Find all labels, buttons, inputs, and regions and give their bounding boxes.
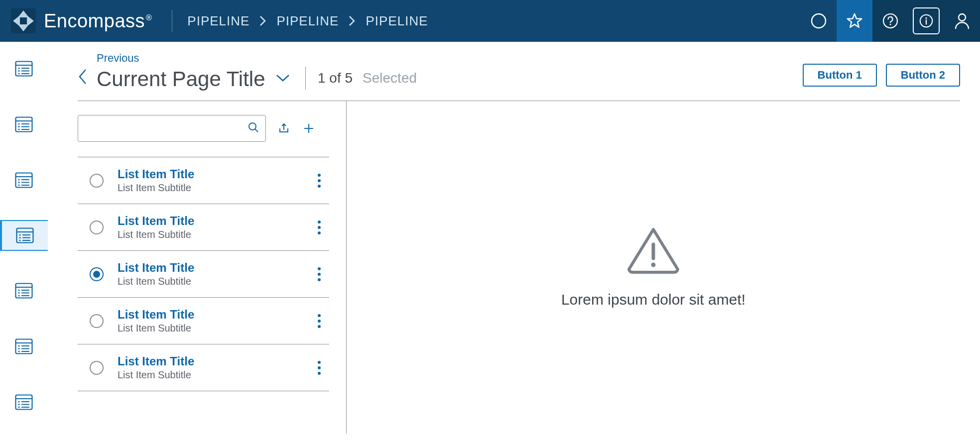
chevron-down-icon[interactable] (275, 74, 290, 85)
svg-point-54 (18, 345, 19, 346)
left-rail (0, 42, 48, 444)
svg-point-9 (925, 17, 927, 19)
back-icon[interactable] (78, 68, 88, 92)
more-icon[interactable] (313, 314, 325, 328)
registered-mark: ® (146, 13, 152, 22)
main-content: Previous Current Page Title 1 of 5 Selec… (48, 42, 980, 444)
list-item-text: List Item TitleList Item Subtitle (118, 167, 299, 194)
radio-button[interactable] (90, 314, 104, 328)
svg-point-56 (18, 348, 19, 349)
svg-point-11 (959, 14, 966, 21)
list-item[interactable]: List Item TitleList Item Subtitle (78, 298, 329, 344)
list-item-title: List Item Title (118, 308, 299, 322)
more-icon[interactable] (313, 361, 325, 375)
search-icon[interactable] (247, 121, 259, 135)
list-item-text: List Item TitleList Item Subtitle (118, 261, 299, 287)
add-icon[interactable] (302, 121, 316, 135)
svg-point-58 (18, 350, 19, 352)
page-header: Previous Current Page Title 1 of 5 Selec… (78, 52, 960, 101)
breadcrumb-item[interactable]: PIPELINE (366, 13, 428, 29)
rail-item[interactable] (0, 275, 48, 307)
list-item-title: List Item Title (118, 261, 299, 275)
radio-button[interactable] (90, 174, 104, 188)
list-item-subtitle: List Item Subtitle (118, 182, 299, 194)
divider (305, 67, 306, 90)
brand: Encompass® (0, 0, 152, 42)
list-icon (13, 170, 34, 191)
list-item-subtitle: List Item Subtitle (118, 369, 299, 381)
svg-point-48 (18, 292, 19, 294)
rail-item[interactable] (0, 164, 48, 196)
svg-point-16 (18, 70, 19, 72)
brand-name: Encompass® (44, 10, 152, 32)
list-item-subtitle: List Item Subtitle (118, 229, 299, 240)
svg-point-50 (18, 295, 19, 296)
svg-point-62 (18, 401, 19, 402)
panes: List Item TitleList Item SubtitleList It… (78, 101, 960, 434)
svg-point-7 (890, 24, 891, 25)
search-field[interactable] (78, 115, 266, 142)
rail-item[interactable] (0, 386, 48, 418)
search-input[interactable] (84, 123, 247, 134)
breadcrumb: PIPELINE PIPELINE PIPELINE (187, 13, 428, 29)
rail-item[interactable] (0, 331, 48, 362)
star-icon[interactable] (837, 0, 872, 42)
rail-item[interactable] (0, 109, 48, 140)
page-title-block: Previous Current Page Title 1 of 5 Selec… (78, 52, 417, 92)
list-item-subtitle: List Item Subtitle (118, 323, 299, 334)
previous-link[interactable]: Previous (97, 52, 417, 65)
svg-point-22 (18, 123, 19, 124)
page-title: Current Page Title (97, 67, 265, 91)
list-item[interactable]: List Item TitleList Item Subtitle (78, 204, 329, 251)
radio-button[interactable] (90, 267, 104, 281)
selected-label: Selected (363, 70, 417, 88)
list-item-text: List Item TitleList Item Subtitle (118, 308, 299, 334)
more-icon[interactable] (313, 221, 325, 234)
list-icon (13, 392, 34, 413)
breadcrumb-item[interactable]: PIPELINE (187, 13, 249, 29)
rail-item[interactable] (0, 220, 48, 251)
left-pane: List Item TitleList Item SubtitleList It… (78, 101, 347, 434)
breadcrumb-item[interactable]: PIPELINE (276, 13, 339, 29)
svg-point-24 (18, 126, 19, 127)
user-icon[interactable] (944, 0, 980, 42)
share-icon[interactable] (277, 121, 291, 135)
svg-point-66 (18, 406, 19, 408)
radio-button[interactable] (90, 361, 104, 375)
svg-point-26 (18, 128, 19, 130)
chevron-right-icon (259, 15, 266, 26)
svg-point-34 (18, 184, 19, 186)
brand-logo-icon (11, 8, 36, 33)
list-item[interactable]: List Item TitleList Item Subtitle (78, 251, 329, 298)
count-text: 1 of 5 (318, 70, 353, 88)
item-list: List Item TitleList Item SubtitleList It… (78, 157, 329, 391)
svg-point-14 (18, 67, 19, 69)
info-icon[interactable] (908, 0, 944, 42)
search-row (78, 115, 329, 142)
more-icon[interactable] (313, 174, 325, 188)
svg-point-6 (883, 14, 897, 28)
svg-point-64 (18, 404, 19, 405)
button-1[interactable]: Button 1 (803, 64, 877, 87)
rail-item[interactable] (0, 53, 48, 85)
list-icon (13, 58, 34, 79)
help-icon[interactable] (872, 0, 908, 42)
svg-point-68 (249, 123, 256, 130)
action-buttons: Button 1 Button 2 (803, 64, 960, 92)
list-item[interactable]: List Item TitleList Item Subtitle (78, 344, 329, 391)
header-divider (172, 10, 172, 32)
svg-point-42 (19, 239, 20, 241)
button-2[interactable]: Button 2 (886, 64, 960, 87)
right-pane: Lorem ipsum dolor sit amet! (347, 101, 960, 434)
list-icon (13, 114, 34, 135)
svg-point-46 (18, 289, 19, 291)
list-item-title: List Item Title (118, 214, 299, 228)
svg-point-18 (18, 73, 19, 74)
svg-point-32 (18, 182, 19, 183)
more-icon[interactable] (313, 267, 325, 281)
circle-icon[interactable] (801, 0, 837, 42)
app-header: Encompass® PIPELINE PIPELINE PIPELINE (0, 0, 980, 42)
list-item[interactable]: List Item TitleList Item Subtitle (78, 157, 329, 204)
radio-button[interactable] (90, 221, 104, 234)
empty-state-message: Lorem ipsum dolor sit amet! (561, 291, 745, 308)
